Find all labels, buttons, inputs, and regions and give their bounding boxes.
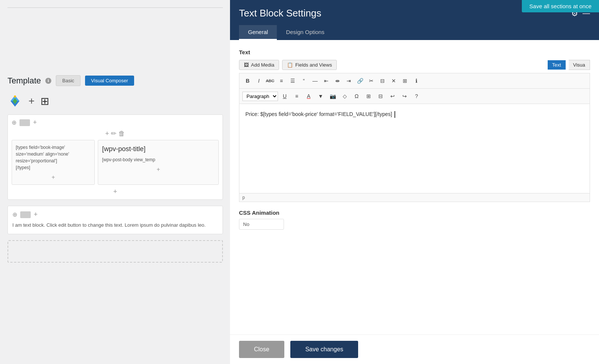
panel-footer: Close Save changes (230, 334, 599, 364)
status-bar-text: p (242, 195, 245, 200)
row-1-add-bottom[interactable]: + (12, 188, 219, 196)
add-media-label: Add Media (251, 62, 274, 68)
editor-tab-visual-button[interactable]: Visua (569, 60, 590, 70)
italic-button[interactable]: I (254, 76, 264, 86)
fields-views-icon: 📋 (287, 62, 293, 68)
save-changes-button[interactable]: Save changes (290, 341, 358, 358)
info-button[interactable]: ℹ (411, 76, 421, 86)
row-2-add-col[interactable]: + (34, 211, 38, 218)
vc-row-toolbar-2: ⊕ + (12, 211, 218, 218)
basic-button[interactable]: Basic (56, 75, 81, 86)
omega-button[interactable]: Ω (351, 91, 362, 101)
paragraph-select[interactable]: Paragraph (242, 92, 278, 101)
row-handle (19, 119, 30, 126)
align-left-button[interactable]: ⇤ (321, 76, 332, 86)
editor-area[interactable]: Price: $[types field='book-price' format… (239, 104, 590, 193)
vc-logo (7, 94, 22, 108)
row-add-col-icon[interactable]: + (33, 119, 37, 126)
col-add-top[interactable]: + ✏ 🗑 (12, 129, 219, 138)
css-animation-section: CSS Animation (239, 209, 590, 230)
underline-button[interactable]: U (279, 91, 290, 101)
left-panel: Template ℹ Basic Visual Composer + ⊞ ⊕ +… (0, 0, 230, 364)
template-header: Template ℹ Basic Visual Composer (7, 75, 223, 86)
blockquote-button[interactable]: “ (299, 76, 309, 86)
col-2-sub: [wpv-post-body view_temp (102, 156, 215, 163)
col-2-title: [wpv-post-title] (102, 144, 215, 154)
template-label: Template (7, 76, 41, 86)
text-cursor (394, 111, 395, 118)
add-media-button[interactable]: 🖼 Add Media (239, 60, 279, 70)
text-color-arrow[interactable]: ▼ (315, 91, 326, 101)
justify-button[interactable]: ≡ (291, 91, 302, 101)
text-block-content: I am text block. Click edit button to ch… (12, 221, 218, 229)
add-media-icon: 🖼 (244, 62, 249, 68)
col-1-add[interactable]: + (16, 174, 91, 181)
redo-button[interactable]: ↪ (399, 91, 410, 101)
panel-title: Text Block Settings (239, 7, 321, 19)
align-right-button[interactable]: ⇥ (344, 76, 354, 86)
indent-button[interactable]: ⊞ (363, 91, 374, 101)
panel-body: Text 🖼 Add Media 📋 Fields and Views Text… (230, 40, 599, 334)
vc-col-1: [types field='book-image' size='medium' … (12, 140, 95, 185)
close-button[interactable]: Close (239, 341, 284, 358)
bottom-dashed-area (7, 240, 223, 263)
abc-button[interactable]: ABC (265, 76, 275, 86)
fullscreen-button[interactable]: ✕ (388, 76, 399, 86)
tab-general[interactable]: General (239, 25, 277, 40)
text-color-button[interactable]: A (303, 91, 314, 101)
grid-button[interactable]: ⊞ (400, 76, 410, 86)
vc-col-2: [wpv-post-title] [wpv-post-body view_tem… (98, 140, 219, 185)
panel-tabs: General Design Options (239, 25, 590, 40)
bold-button[interactable]: B (242, 76, 253, 86)
fields-views-button[interactable]: 📋 Fields and Views (282, 60, 337, 70)
editor-toolbar-top: 🖼 Add Media 📋 Fields and Views Text Visu… (239, 60, 590, 70)
move-icon[interactable]: ⊕ (12, 119, 16, 126)
vc-row-2: ⊕ + I am text block. Click edit button t… (7, 206, 223, 234)
editor-toolbar-format-1: B I ABC ≡ ☰ “ — ⇤ ⇼ ⇥ 🔗 ✂ ⊟ ✕ ⊞ ℹ (239, 73, 590, 88)
visual-composer-button[interactable]: Visual Composer (85, 76, 134, 86)
row-handle-2 (20, 211, 31, 218)
editor-status-bar: p (239, 193, 590, 202)
tab-design-options[interactable]: Design Options (277, 25, 333, 40)
editor-content: Price: $[types field='book-price' format… (245, 111, 392, 117)
svg-point-0 (14, 95, 16, 98)
vc-row-1: ⊕ + + ✏ 🗑 [types field='book-image' size… (7, 114, 223, 200)
vc-columns: [types field='book-image' size='medium' … (12, 140, 219, 185)
editor-toolbar-format-2: Paragraph U ≡ A ▼ 📷 ◇ Ω ⊞ ⊟ ↩ ↪ ? (239, 88, 590, 104)
image-button[interactable]: 📷 (327, 91, 338, 101)
unordered-list-button[interactable]: ≡ (276, 76, 287, 86)
right-panel: Text Block Settings ⚙ — General Design O… (230, 0, 599, 364)
eraser-button[interactable]: ◇ (339, 91, 350, 101)
add-element-icon[interactable]: + (28, 95, 34, 107)
css-animation-input[interactable] (239, 219, 284, 230)
link-button[interactable]: 🔗 (355, 76, 365, 86)
editor-tab-text-button[interactable]: Text (548, 60, 566, 70)
fields-views-label: Fields and Views (295, 62, 332, 68)
vc-toolbar: + ⊞ (7, 94, 223, 108)
grid-layout-icon[interactable]: ⊞ (40, 95, 49, 107)
css-animation-label: CSS Animation (239, 209, 590, 216)
unlink-button[interactable]: ✂ (366, 76, 376, 86)
table-button[interactable]: ⊟ (377, 76, 388, 86)
ordered-list-button[interactable]: ☰ (287, 76, 298, 86)
hr-button[interactable]: — (310, 76, 320, 86)
top-divider (7, 7, 223, 8)
col-1-content: [types field='book-image' size='medium' … (16, 144, 91, 171)
save-all-button[interactable]: Save all sections at once (522, 0, 599, 12)
move-icon-2[interactable]: ⊕ (12, 211, 17, 218)
col-2-add[interactable]: + (102, 166, 215, 173)
text-section-label: Text (239, 49, 590, 55)
vc-row-toolbar-1: ⊕ + (12, 119, 219, 126)
undo-button[interactable]: ↩ (387, 91, 398, 101)
outdent-button[interactable]: ⊟ (375, 91, 386, 101)
align-center-button[interactable]: ⇼ (332, 76, 343, 86)
help-button[interactable]: ? (411, 91, 422, 101)
info-icon[interactable]: ℹ (45, 78, 51, 84)
